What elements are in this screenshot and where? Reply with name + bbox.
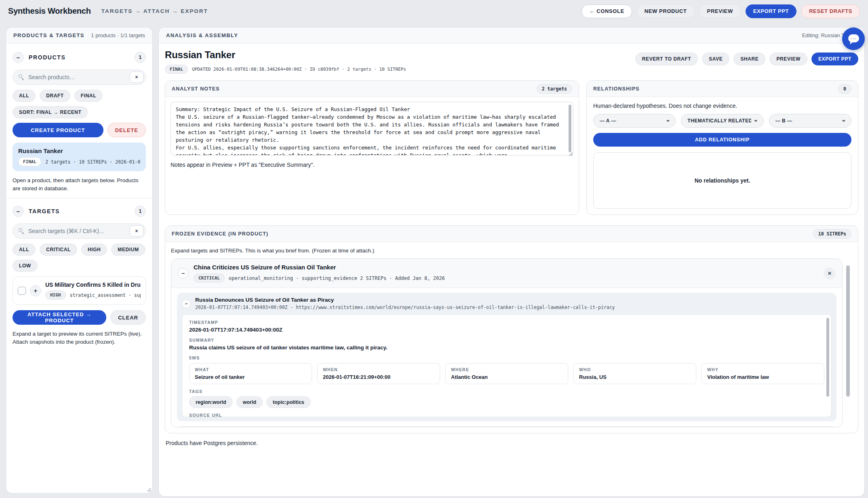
preview-button[interactable]: PREVIEW (769, 53, 807, 65)
tag-chip: world (236, 396, 263, 408)
sidebar-resize-handle[interactable] (146, 487, 151, 492)
sitrep-title: Russia Denounces US Seizure of Oil Tanke… (195, 297, 615, 303)
create-product-button[interactable]: CREATE PRODUCT (13, 123, 103, 137)
analyst-notes-textarea[interactable]: Summary: Strategic Impact of the U.S. Se… (171, 102, 573, 155)
fivew-where-card: WHERE Atlantic Ocean (445, 363, 568, 384)
app-title: Synthesis Workbench (8, 6, 91, 16)
analysis-assembly-panel: ANALYSIS & ASSEMBLY Editing: Russian Tan… (158, 27, 865, 497)
relationship-type-select[interactable]: THEMATICALLY RELATED (681, 114, 763, 128)
fivews-label: 5WS (189, 355, 824, 360)
summary-label: SUMMARY (189, 338, 824, 343)
product-name: Russian Tanker (18, 147, 140, 154)
target-search: × (13, 223, 146, 239)
share-button[interactable]: SHARE (733, 53, 765, 65)
products-targets-panel: PRODUCTS & TARGETS 1 products · 1/1 targ… (6, 27, 153, 494)
sidebar-body: − PRODUCTS 1 × ALL DRAFT FINAL SORT: FIN… (6, 44, 152, 493)
targets-count-badge: 1 (135, 206, 146, 217)
clear-search-icon[interactable]: × (130, 71, 143, 83)
product-filters: ALL DRAFT FINAL (13, 90, 146, 102)
where-label: WHERE (451, 367, 563, 372)
target-list-item[interactable]: + US Military Confirms 5 Killed in Dru… … (13, 276, 146, 305)
sitrep-detail-scrollbar[interactable] (826, 318, 829, 397)
product-updated-meta: UPDATED 2026-01-09T01:08:38.346264+00:00… (192, 67, 406, 72)
tags-row: region:world world topic:politics (189, 396, 824, 408)
relationship-selects: — A — ⌄ THEMATICALLY RELATED ⌄ — B — ⌄ (593, 114, 851, 128)
who-label: WHO (579, 367, 691, 372)
timestamp-value: 2026-01-07T17:07:14.749403+00:00Z (189, 327, 824, 333)
filter-critical[interactable]: CRITICAL (40, 244, 77, 256)
add-relationship-button[interactable]: ADD RELATIONSHIP (593, 133, 851, 147)
fivew-what-card: WHAT Seizure of oil tanker (189, 363, 312, 384)
analyst-notes-title: ANALYST NOTES (172, 86, 220, 92)
export-ppt-button[interactable]: EXPORT PPT (811, 53, 858, 65)
evidence-scrollbar[interactable] (846, 265, 850, 397)
filter-all[interactable]: ALL (13, 90, 36, 102)
what-label: WHAT (195, 367, 306, 372)
reset-drafts-button[interactable]: RESET DRAFTS (801, 4, 860, 18)
filter-low[interactable]: LOW (13, 260, 38, 272)
revert-to-draft-button[interactable]: REVERT TO DRAFT (635, 53, 698, 65)
analyst-notes-header: ANALYST NOTES 2 targets (165, 81, 579, 97)
clear-selection-button[interactable]: CLEAR (110, 310, 146, 325)
preview-button[interactable]: PREVIEW (699, 4, 741, 18)
chat-fab-button[interactable]: ••• (842, 27, 865, 50)
new-product-button[interactable]: NEW PRODUCT (637, 4, 695, 18)
target-search-input[interactable] (13, 223, 146, 239)
target-filters: ALL CRITICAL HIGH MEDIUM LOW (13, 244, 146, 272)
filter-high[interactable]: HIGH (81, 244, 107, 256)
filter-draft[interactable]: DRAFT (40, 90, 70, 102)
delete-product-button[interactable]: DELETE (107, 123, 146, 137)
sidebar-title: PRODUCTS & TARGETS (13, 32, 84, 38)
chat-dots: ••• (848, 37, 859, 40)
frozen-evidence-body: Expand targets and SITREPs. This is what… (165, 242, 858, 433)
product-list-item[interactable]: Russian Tanker FINAL 2 targets · 10 SITR… (13, 143, 146, 171)
fivew-when-card: WHEN 2026-01-07T16:21:09+00:00 (317, 363, 440, 384)
sort-chip[interactable]: SORT: FINAL → RECENT (13, 106, 88, 118)
product-status-badge: FINAL (165, 65, 188, 74)
relationships-body: Human-declared hypotheses. Does not chan… (587, 97, 858, 214)
main-header: ANALYSIS & ASSEMBLY Editing: Russian Tan… (159, 27, 864, 44)
relationships-card: RELATIONSHIPS 0 Human-declared hypothese… (586, 80, 858, 215)
save-button[interactable]: SAVE (702, 53, 729, 65)
why-label: WHY (707, 367, 819, 372)
when-label: WHEN (323, 367, 434, 372)
collapse-targets-button[interactable]: − (13, 206, 24, 217)
persistence-note: Products have Postgres persistence. (166, 440, 857, 446)
collapse-evidence-icon[interactable]: − (178, 268, 188, 279)
product-header: Russian Tanker FINAL UPDATED 2026-01-09T… (165, 49, 858, 74)
product-status-badge: FINAL (18, 157, 41, 166)
target-meta: strategic_assessment · supporting_eviden… (70, 292, 141, 298)
evidence-target-meta: operational_monitoring · supporting_evid… (229, 275, 445, 281)
clear-search-icon[interactable]: × (130, 225, 143, 237)
export-ppt-button[interactable]: EXPORT PPT (746, 4, 796, 18)
relationships-empty-state: No relationships yet. (593, 152, 851, 209)
collapse-sitrep-icon[interactable]: − (182, 299, 191, 308)
sitrep-source-meta: 2026-01-07T17:07:14.749403+00:00Z · http… (195, 305, 615, 310)
collapse-products-button[interactable]: − (13, 52, 24, 63)
target-checkbox[interactable] (18, 287, 26, 295)
filter-medium[interactable]: MEDIUM (111, 244, 145, 256)
target-severity-badge: HIGH (45, 290, 66, 300)
what-value: Seizure of oil tanker (195, 374, 306, 380)
expand-target-icon[interactable]: + (30, 285, 41, 296)
console-button[interactable]: ← CONSOLE (581, 4, 632, 18)
evidence-target-title: China Criticizes US Seizure of Russian O… (194, 264, 445, 271)
close-icon[interactable]: ✕ (824, 267, 836, 279)
chat-bubble-icon: ••• (848, 34, 859, 42)
targets-hint: Expand a target to preview its current S… (13, 330, 146, 346)
products-section-label: PRODUCTS (29, 54, 65, 61)
relationship-b-select[interactable]: — B — (769, 114, 851, 128)
targets-section-label: TARGETS (29, 208, 60, 214)
products-section-header: − PRODUCTS 1 (13, 52, 146, 63)
frozen-evidence-hint: Expand targets and SITREPs. This is what… (171, 248, 843, 254)
textarea-scrollbar[interactable] (569, 105, 571, 152)
product-meta: 2 targets · 10 SITREPs · 2026-01-09T01:0… (45, 159, 140, 165)
filter-all[interactable]: ALL (13, 244, 36, 256)
product-search: × (13, 69, 146, 85)
sitrep-header[interactable]: − Russia Denounces US Seizure of Oil Tan… (182, 297, 832, 310)
relationship-a-select[interactable]: — A — (593, 114, 676, 128)
analyst-notes-card: ANALYST NOTES 2 targets Summary: Strateg… (165, 80, 579, 215)
product-search-input[interactable] (13, 69, 146, 85)
filter-final[interactable]: FINAL (74, 90, 103, 102)
attach-selected-button[interactable]: ATTACH SELECTED → PRODUCT (13, 310, 106, 325)
